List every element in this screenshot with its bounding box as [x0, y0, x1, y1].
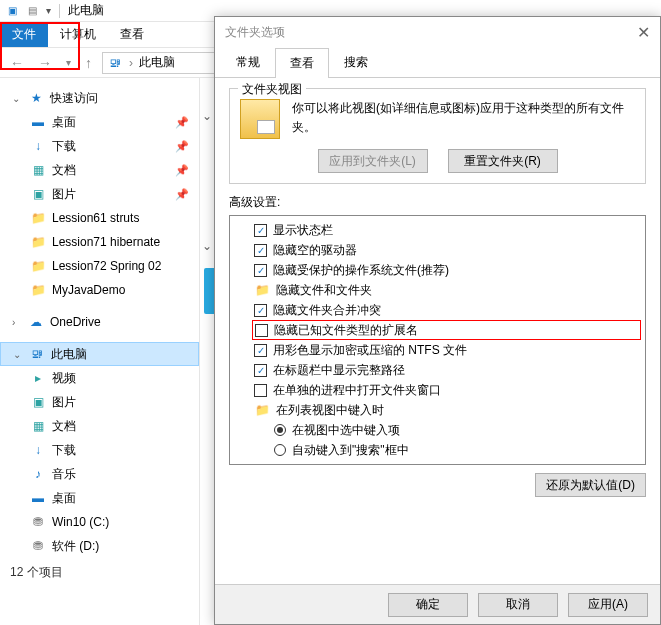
checkbox-icon[interactable]: ✓ [254, 364, 267, 377]
forward-button[interactable]: → [34, 55, 56, 71]
sidebar-item-drive-d[interactable]: ⛃软件 (D:) [0, 534, 199, 558]
video-icon: ▸ [30, 370, 46, 386]
tree-item-label: 在视图中选中键入项 [292, 422, 400, 439]
ok-button[interactable]: 确定 [388, 593, 468, 617]
sidebar-item-music[interactable]: ♪音乐 [0, 462, 199, 486]
sidebar-item-pictures[interactable]: ▣图片 [0, 390, 199, 414]
checkbox-icon[interactable] [255, 324, 268, 337]
computer-icon: 🖳 [107, 55, 123, 71]
up-button[interactable]: ↑ [81, 55, 96, 71]
this-pc-label: 此电脑 [51, 346, 87, 363]
checkbox-icon[interactable]: ✓ [254, 264, 267, 277]
advanced-settings-label: 高级设置: [229, 194, 646, 211]
radio-icon[interactable] [274, 424, 286, 436]
sidebar-item-label: 音乐 [52, 466, 76, 483]
reset-folders-button[interactable]: 重置文件夹(R) [448, 149, 558, 173]
pin-icon: 📌 [175, 164, 189, 177]
sidebar-item-downloads[interactable]: ↓下载 [0, 438, 199, 462]
disk-icon: ⛃ [30, 514, 46, 530]
tree-item-radio[interactable]: 自动键入到"搜索"框中 [234, 440, 641, 460]
tab-general[interactable]: 常规 [221, 47, 275, 77]
sidebar-item-pictures[interactable]: ▣图片📌 [0, 182, 199, 206]
nav-tree: ⌄ ★ 快速访问 ▬桌面📌 ↓下载📌 ▦文档📌 ▣图片📌 📁Lession61 … [0, 78, 200, 625]
tree-item[interactable]: ✓用彩色显示加密或压缩的 NTFS 文件 [234, 340, 641, 360]
qat-dropdown-icon[interactable]: ▾ [46, 5, 51, 16]
computer-icon: 🖳 [29, 346, 45, 362]
tree-item[interactable]: ✓在标题栏中显示完整路径 [234, 360, 641, 380]
folder-icon: 📁 [30, 234, 46, 250]
tree-item-radio[interactable]: 在视图中选中键入项 [234, 420, 641, 440]
tree-item-label: 隐藏受保护的操作系统文件(推荐) [273, 262, 449, 279]
sidebar-item-documents[interactable]: ▦文档 [0, 414, 199, 438]
tree-item[interactable]: ✓隐藏空的驱动器 [234, 240, 641, 260]
breadcrumb-current[interactable]: 此电脑 [139, 54, 175, 71]
document-icon: ▦ [30, 162, 46, 178]
folder-icon: 📁 [254, 282, 270, 298]
apply-to-folders-button[interactable]: 应用到文件夹(L) [318, 149, 428, 173]
checkbox-icon[interactable]: ✓ [254, 224, 267, 237]
quick-access-header[interactable]: ⌄ ★ 快速访问 [0, 86, 199, 110]
download-icon: ↓ [30, 442, 46, 458]
dialog-titlebar: 文件夹选项 ✕ [215, 17, 660, 47]
tab-file[interactable]: 文件 [0, 22, 48, 47]
pin-icon: 📌 [175, 140, 189, 153]
sidebar-item-folder[interactable]: 📁Lession72 Spring 02 [0, 254, 199, 278]
advanced-settings-tree[interactable]: ✓显示状态栏 ✓隐藏空的驱动器 ✓隐藏受保护的操作系统文件(推荐) 📁隐藏文件和… [229, 215, 646, 465]
status-bar: 12 个项目 [0, 558, 199, 587]
pin-icon: 📌 [175, 188, 189, 201]
sidebar-item-label: 图片 [52, 394, 76, 411]
pin-icon: 📌 [175, 116, 189, 129]
separator [59, 4, 60, 18]
tree-item[interactable]: 在单独的进程中打开文件夹窗口 [234, 380, 641, 400]
chevron-down-icon: ⌄ [12, 93, 22, 104]
sidebar-item-desktop[interactable]: ▬桌面📌 [0, 110, 199, 134]
tab-computer[interactable]: 计算机 [48, 22, 108, 47]
recent-dropdown-icon[interactable]: ▾ [62, 57, 75, 68]
tree-item[interactable]: ✓显示状态栏 [234, 220, 641, 240]
apply-button[interactable]: 应用(A) [568, 593, 648, 617]
tree-item-folder[interactable]: 📁在列表视图中键入时 [234, 400, 641, 420]
sidebar-item-label: 下载 [52, 442, 76, 459]
tab-search[interactable]: 搜索 [329, 47, 383, 77]
sidebar-item-downloads[interactable]: ↓下载📌 [0, 134, 199, 158]
sidebar-item-drive-c[interactable]: ⛃Win10 (C:) [0, 510, 199, 534]
properties-icon[interactable]: ▤ [26, 5, 38, 17]
checkbox-icon[interactable]: ✓ [254, 304, 267, 317]
back-button[interactable]: ← [6, 55, 28, 71]
tab-view[interactable]: 查看 [108, 22, 156, 47]
cancel-button[interactable]: 取消 [478, 593, 558, 617]
tree-item-label: 在标题栏中显示完整路径 [273, 362, 405, 379]
music-icon: ♪ [30, 466, 46, 482]
sidebar-item-label: MyJavaDemo [52, 283, 125, 297]
picture-icon: ▣ [30, 186, 46, 202]
checkbox-icon[interactable] [254, 384, 267, 397]
checkbox-icon[interactable]: ✓ [254, 464, 267, 466]
sidebar-item-folder[interactable]: 📁MyJavaDemo [0, 278, 199, 302]
checkbox-icon[interactable]: ✓ [254, 344, 267, 357]
tree-item[interactable]: ✓隐藏受保护的操作系统文件(推荐) [234, 260, 641, 280]
tree-item-hide-extensions[interactable]: 隐藏已知文件类型的扩展名 [252, 320, 641, 340]
tree-item[interactable]: ✓在缩略图上显示文件图标 [234, 460, 641, 465]
sidebar-item-documents[interactable]: ▦文档📌 [0, 158, 199, 182]
checkbox-icon[interactable]: ✓ [254, 244, 267, 257]
dialog-footer: 确定 取消 应用(A) [215, 584, 660, 624]
tab-view[interactable]: 查看 [275, 48, 329, 78]
tree-item[interactable]: ✓隐藏文件夹合并冲突 [234, 300, 641, 320]
restore-defaults-button[interactable]: 还原为默认值(D) [535, 473, 646, 497]
quick-access-label: 快速访问 [50, 90, 98, 107]
tree-item-label: 显示状态栏 [273, 222, 333, 239]
sidebar-item-folder[interactable]: 📁Lession61 struts [0, 206, 199, 230]
sidebar-item-desktop[interactable]: ▬桌面 [0, 486, 199, 510]
onedrive-header[interactable]: › ☁ OneDrive [0, 310, 199, 334]
dialog-body: 文件夹视图 你可以将此视图(如详细信息或图标)应用于这种类型的所有文件夹。 应用… [215, 78, 660, 584]
sidebar-item-label: Lession71 hibernate [52, 235, 160, 249]
sidebar-item-videos[interactable]: ▸视频 [0, 366, 199, 390]
radio-icon[interactable] [274, 444, 286, 456]
disk-icon: ⛃ [30, 538, 46, 554]
close-button[interactable]: ✕ [637, 23, 650, 42]
tree-item-folder[interactable]: 📁隐藏文件和文件夹 [234, 280, 641, 300]
this-pc-header[interactable]: ⌄ 🖳 此电脑 [0, 342, 199, 366]
sidebar-item-folder[interactable]: 📁Lession71 hibernate [0, 230, 199, 254]
sidebar-item-label: 文档 [52, 418, 76, 435]
desktop-icon: ▬ [30, 114, 46, 130]
